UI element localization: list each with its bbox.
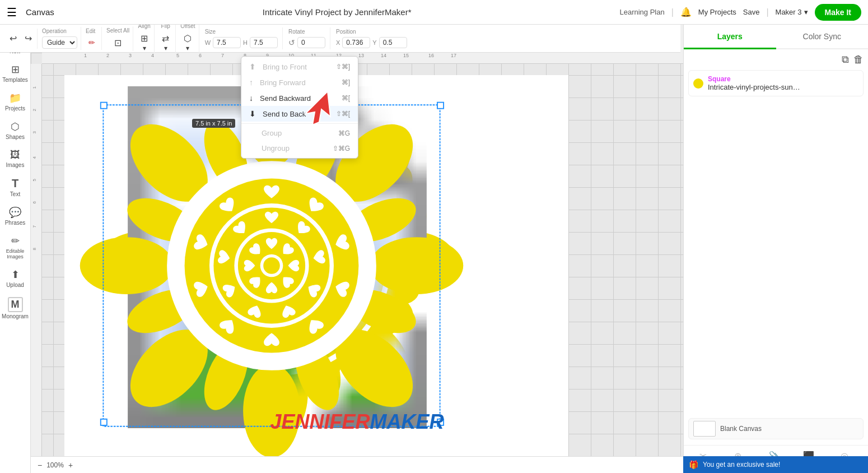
sidebar-item-editable-images[interactable]: ✏ Editable Images xyxy=(2,231,29,263)
group-item[interactable]: Group ⌘G xyxy=(241,126,358,141)
bring-forward-label: Bring Forward xyxy=(260,78,337,87)
sidebar-item-shapes[interactable]: ⬡ Shapes xyxy=(2,117,29,143)
shapes-icon: ⬡ xyxy=(11,120,20,133)
sidebar-item-templates[interactable]: ⊞ Templates xyxy=(2,60,29,86)
size-w-input[interactable] xyxy=(213,37,241,48)
edit-label: Edit xyxy=(86,28,95,34)
right-panel: Layers Color Sync ⧉ 🗑 Square Intricate-v… xyxy=(683,25,868,473)
send-to-back-item[interactable]: ⬇ Send to Back ⇧⌘[ xyxy=(241,106,358,122)
menu-icon[interactable]: ☰ xyxy=(7,6,17,19)
group-shortcut: ⌘G xyxy=(338,129,350,137)
send-backward-shortcut: ⌘[ xyxy=(342,94,350,102)
layer-item-square[interactable]: Square Intricate-vinyl-projects-sun… xyxy=(688,70,864,96)
notification-bar[interactable]: 🎁 You get an exclusive sale! xyxy=(683,456,868,473)
text-label: Text xyxy=(10,191,20,197)
sidebar: + New ⊞ Templates 📁 Projects ⬡ Shapes 🖼 … xyxy=(0,25,31,473)
bring-to-front-label: Bring to Front xyxy=(263,63,332,71)
bring-forward-item[interactable]: ↑ Bring Forward ⌘] xyxy=(241,75,358,90)
dimension-tooltip: 7.5 in x 7.5 in xyxy=(192,119,235,128)
select-all-icon: ⊡ xyxy=(114,38,122,48)
svg-point-37 xyxy=(80,237,174,294)
ungroup-shortcut: ⇧⌘G xyxy=(333,145,350,152)
align-button[interactable]: ⊞▾ xyxy=(138,31,151,54)
layer-name: Intricate-vinyl-projects-sun… xyxy=(708,83,858,91)
undo-button[interactable]: ↩ xyxy=(7,31,20,45)
images-label: Images xyxy=(6,162,25,168)
send-backward-icon: ↓ xyxy=(249,94,253,103)
phrases-label: Phrases xyxy=(5,220,26,226)
operation-select[interactable]: Guide xyxy=(42,36,77,49)
editable-images-icon: ✏ xyxy=(11,235,20,247)
rotate-input[interactable] xyxy=(297,37,325,48)
delete-layer-button[interactable]: 🗑 xyxy=(853,54,864,66)
send-to-back-shortcut: ⇧⌘[ xyxy=(336,110,350,118)
notification-text: You get an exclusive sale! xyxy=(703,461,780,469)
redo-icon: ↪ xyxy=(25,33,32,44)
pos-y-label: Y xyxy=(372,39,376,46)
projects-icon: 📁 xyxy=(9,92,21,104)
send-backward-item[interactable]: ↓ Send Backward ⌘[ xyxy=(241,90,358,106)
right-tabs: Layers Color Sync xyxy=(684,25,868,49)
templates-icon: ⊞ xyxy=(11,63,20,76)
ungroup-label: Ungroup xyxy=(249,144,328,152)
my-projects-link[interactable]: My Projects xyxy=(698,8,736,16)
sidebar-item-images[interactable]: 🖼 Images xyxy=(2,146,29,171)
select-all-button[interactable]: ⊡ xyxy=(111,36,124,50)
send-to-back-label: Send to Back xyxy=(263,110,332,118)
notification-icon[interactable]: 🔔 xyxy=(680,7,692,17)
pos-x-label: X xyxy=(336,39,340,46)
tab-layers[interactable]: Layers xyxy=(684,25,776,49)
bring-forward-icon: ↑ xyxy=(249,78,253,87)
bring-forward-shortcut: ⌘] xyxy=(342,78,350,86)
offset-button[interactable]: ⬡▾ xyxy=(181,31,194,54)
size-w-label: W xyxy=(205,39,211,46)
align-icon: ⊞ xyxy=(141,33,148,44)
sidebar-item-projects[interactable]: 📁 Projects xyxy=(2,89,29,115)
sidebar-item-monogram[interactable]: M Monogram xyxy=(2,294,29,323)
bring-to-front-item[interactable]: ⬆ Bring to Front ⇧⌘] xyxy=(241,59,358,75)
ruler-left: 1 2 3 4 5 6 7 8 xyxy=(31,64,42,456)
sidebar-item-phrases[interactable]: 💬 Phrases xyxy=(2,203,29,229)
context-menu: ⬆ Bring to Front ⇧⌘] ↑ Bring Forward ⌘] … xyxy=(241,56,358,159)
blank-canvas-item[interactable]: Blank Canvas xyxy=(688,418,864,439)
pos-x-input[interactable] xyxy=(342,37,370,48)
bring-to-front-icon: ⬆ xyxy=(249,62,256,71)
images-icon: 🖼 xyxy=(10,149,20,161)
zoom-level: 100% xyxy=(46,461,64,469)
flip-button[interactable]: ⇄▾ xyxy=(159,31,172,54)
duplicate-layer-button[interactable]: ⧉ xyxy=(842,54,849,66)
sidebar-item-upload[interactable]: ⬆ Upload xyxy=(2,265,29,291)
tab-color-sync[interactable]: Color Sync xyxy=(776,25,869,49)
machine-selector[interactable]: Maker 3 ▾ xyxy=(776,8,808,16)
pos-y-input[interactable] xyxy=(379,37,407,48)
editable-images-label: Editable Images xyxy=(4,248,26,259)
svg-rect-61 xyxy=(101,419,107,425)
logo-part2: MAKER xyxy=(370,410,444,433)
logo-part1: JENNIFER xyxy=(270,410,370,433)
size-h-input[interactable] xyxy=(250,37,278,48)
toolbar: ↩ ↪ Operation Guide Edit ✏ Select All ⊡ … xyxy=(0,25,680,53)
svg-rect-59 xyxy=(101,103,107,109)
make-it-button[interactable]: Make It xyxy=(815,4,861,21)
svg-point-33 xyxy=(370,237,464,294)
jennifermaker-logo: JENNIFERMAKER xyxy=(270,410,444,434)
edit-button[interactable]: ✏ xyxy=(86,36,98,49)
upload-label: Upload xyxy=(6,282,24,288)
canvas-label: Canvas xyxy=(26,7,54,17)
save-link[interactable]: Save xyxy=(743,8,760,16)
sidebar-item-text[interactable]: T Text xyxy=(2,174,29,201)
projects-label: Projects xyxy=(5,105,25,112)
separator2: | xyxy=(766,7,768,17)
monogram-icon: M xyxy=(8,297,23,312)
zoom-in-button[interactable]: + xyxy=(68,461,73,470)
ungroup-item[interactable]: Ungroup ⇧⌘G xyxy=(241,141,358,156)
topbar: ☰ Canvas Intricate Vinyl Project by Jenn… xyxy=(0,0,868,25)
layers-panel: ⧉ 🗑 Square Intricate-vinyl-projects-sun… xyxy=(684,49,868,104)
redo-button[interactable]: ↪ xyxy=(22,31,35,45)
zoom-out-button[interactable]: − xyxy=(38,461,42,470)
rotate-label: Rotate xyxy=(288,29,305,35)
blank-canvas-label: Blank Canvas xyxy=(720,425,762,433)
size-label: Size xyxy=(205,29,216,35)
bottom-bar: − 100% + xyxy=(31,456,683,473)
position-label: Position xyxy=(336,29,356,35)
